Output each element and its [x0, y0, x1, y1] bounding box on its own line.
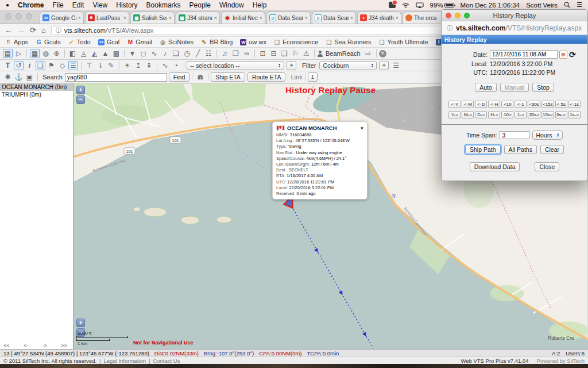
refresh-icon[interactable]: ⟳: [569, 51, 576, 59]
page-info-icon[interactable]: ⓘ: [447, 24, 452, 32]
reload-button[interactable]: ⟳: [30, 26, 36, 34]
ship-list-icon[interactable]: ▦: [30, 49, 40, 58]
quad-view-icon[interactable]: ▩: [111, 49, 121, 58]
window-controls[interactable]: [5, 13, 32, 20]
time-span-input[interactable]: [500, 131, 529, 139]
warning-icon[interactable]: ⚠: [301, 49, 311, 58]
bookmark-gmail[interactable]: MGmail: [127, 39, 152, 45]
bookmark-youth-ultimate[interactable]: ❏Youth Ultimate: [379, 39, 428, 45]
clear-button[interactable]: Clear: [540, 145, 564, 154]
airplay-icon[interactable]: [416, 2, 424, 8]
tab-salish-sea[interactable]: ▦ Salish Sea ×: [130, 12, 175, 24]
spreadsheet-icon[interactable]: ☷: [204, 49, 214, 58]
bookmark-br-blog[interactable]: ✎BR Blog: [201, 39, 233, 45]
fuel-icon[interactable]: ▣: [25, 72, 34, 82]
vessel-list-item[interactable]: OCEAN MONARCH (0m): [0, 83, 73, 91]
vessel-icon[interactable]: ⚓: [14, 72, 24, 82]
ship-path-button[interactable]: Ship Path: [465, 145, 501, 154]
bell-icon[interactable]: ♪: [160, 49, 170, 58]
tools-icon[interactable]: ✱: [3, 72, 13, 82]
zoom-in-button-bottom[interactable]: +: [76, 319, 85, 327]
menu-user[interactable]: Scott Veirs: [526, 2, 558, 9]
route-icon[interactable]: ∿: [149, 49, 159, 58]
popup-close-icon[interactable]: ×: [361, 125, 363, 131]
link-label[interactable]: Link: [291, 74, 302, 80]
trend-line-icon[interactable]: ╱: [193, 49, 203, 58]
home-button[interactable]: ⌂: [41, 26, 46, 34]
contact-link[interactable]: Contact Us: [153, 358, 180, 364]
antenna-c-icon[interactable]: ▲: [100, 49, 110, 58]
text-tool-icon[interactable]: T: [3, 61, 13, 70]
bookmark-econscience[interactable]: ❏Econscience: [274, 39, 318, 45]
pager-prev[interactable]: <-: [24, 343, 28, 348]
close-button[interactable]: Close: [535, 162, 559, 171]
pager-first[interactable]: <<: [3, 343, 10, 348]
auto-button[interactable]: Auto: [475, 83, 497, 92]
antenna-a-icon[interactable]: ◬: [79, 49, 88, 58]
document-icon[interactable]: ❏: [171, 49, 181, 58]
tab-google-calendar[interactable]: 26 Google Ca ×: [40, 12, 84, 24]
step-fwd-year[interactable]: Y->: [448, 111, 461, 118]
route-eta-button[interactable]: Route ETA: [247, 72, 286, 82]
info-icon[interactable]: i: [25, 61, 34, 70]
menu-edit[interactable]: Edit: [72, 1, 84, 9]
tab-initial-necropsy[interactable]: ✱ Initial Necr ×: [221, 12, 265, 24]
inbox-a-icon[interactable]: ⊡: [258, 49, 268, 58]
date-input[interactable]: [490, 50, 558, 59]
select-area-icon[interactable]: ◻: [138, 49, 148, 58]
step-back-10[interactable]: <10: [501, 101, 513, 108]
forward-button[interactable]: →: [17, 26, 25, 34]
bookmark-todo[interactable]: ✔Todo: [68, 39, 91, 45]
map-panel-icon[interactable]: ◧: [68, 49, 78, 58]
bookmark-sea-runners[interactable]: ❏Sea Runners: [326, 39, 371, 45]
step-back-day[interactable]: <-D: [475, 101, 487, 108]
menu-history[interactable]: History: [116, 1, 137, 9]
calendar-picker-icon[interactable]: ▦: [559, 51, 567, 59]
step-fwd-10[interactable]: 10>: [501, 111, 513, 118]
tab-close-icon[interactable]: ×: [214, 15, 217, 21]
antenna-b-icon[interactable]: ◭: [90, 49, 99, 58]
bookmark-gcal[interactable]: 24Gcal: [98, 39, 120, 45]
tab-close-icon[interactable]: ×: [260, 15, 262, 21]
buoy-icon[interactable]: ↥: [133, 61, 143, 70]
apple-icon[interactable]: ●: [6, 2, 9, 8]
tab-data-search-2[interactable]: D Data Searc ×: [312, 12, 356, 24]
tab-data-search-1[interactable]: D Data Searc ×: [266, 12, 311, 24]
step-fwd-1[interactable]: 1->: [514, 111, 527, 118]
pencil-icon[interactable]: ✎: [106, 61, 116, 70]
logout-icon[interactable]: ⇨: [363, 49, 373, 58]
derrick-icon[interactable]: ⊤: [84, 61, 94, 70]
binoculars-icon[interactable]: ⋒: [195, 72, 205, 82]
step-fwd-day[interactable]: D->: [475, 111, 487, 118]
tab-j34-death[interactable]: ● J34 death ×: [357, 12, 401, 24]
all-paths-button[interactable]: All Paths: [504, 145, 537, 154]
close-window-button[interactable]: [5, 13, 11, 20]
world-grid-icon[interactable]: ⊕: [52, 49, 61, 58]
step-back-month[interactable]: <-M: [462, 101, 474, 108]
target-button[interactable]: ⌖: [287, 61, 296, 70]
step-fwd-hour[interactable]: H->: [488, 111, 500, 118]
playback-icon[interactable]: ▷: [14, 49, 24, 58]
label-balloon-icon[interactable]: ❑: [36, 61, 45, 70]
download-data-button[interactable]: Download Data: [470, 162, 520, 171]
menu-view[interactable]: View: [92, 1, 107, 9]
list-menu-icon[interactable]: ☰: [391, 61, 401, 70]
notification-center-icon[interactable]: ☰: [577, 1, 582, 9]
tab-close-icon[interactable]: ×: [396, 15, 399, 21]
notification-app-icon[interactable]: [389, 2, 396, 8]
beacon-icon[interactable]: ⇞: [144, 61, 154, 70]
back-button[interactable]: ←: [5, 26, 12, 34]
graph-icon[interactable]: ∿: [160, 61, 170, 70]
spotlight-icon[interactable]: [564, 2, 570, 8]
account-name[interactable]: BeamReach: [326, 50, 361, 57]
macos-dock-edge[interactable]: [0, 364, 588, 368]
zoom-window-button[interactable]: [26, 13, 32, 20]
tab-close-icon[interactable]: ×: [123, 15, 126, 21]
page-info-icon[interactable]: ⓘ: [56, 26, 61, 34]
step-back-15s[interactable]: <15s: [541, 101, 554, 108]
ship-eta-button[interactable]: Ship ETA: [211, 72, 245, 82]
tab-the-orca[interactable]: The orca: [403, 12, 447, 24]
step-back-hour[interactable]: <-H: [488, 101, 500, 108]
bookmark-apps[interactable]: ⠿Apps: [5, 39, 28, 45]
search-input[interactable]: [65, 73, 167, 82]
